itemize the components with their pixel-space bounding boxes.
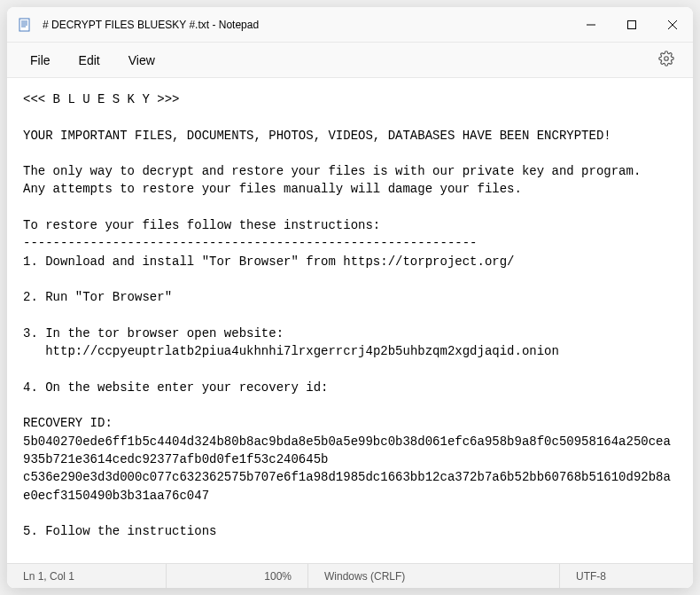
menu-file[interactable]: File <box>18 48 63 73</box>
status-zoom: 100% <box>167 564 308 588</box>
status-encoding: UTF-8 <box>560 564 693 588</box>
notepad-window: # DECRYPT FILES BLUESKY #.txt - Notepad … <box>7 7 693 588</box>
window-controls <box>571 7 693 42</box>
maximize-button[interactable] <box>611 7 652 42</box>
titlebar: # DECRYPT FILES BLUESKY #.txt - Notepad <box>7 7 693 43</box>
text-editor[interactable]: <<< B L U E S K Y >>> YOUR IMPORTANT FIL… <box>7 78 693 563</box>
minimize-button[interactable] <box>571 7 611 42</box>
status-position: Ln 1, Col 1 <box>7 564 167 588</box>
menu-view[interactable]: View <box>116 48 167 73</box>
settings-button[interactable] <box>650 44 682 76</box>
svg-point-9 <box>665 56 669 60</box>
window-title: # DECRYPT FILES BLUESKY #.txt - Notepad <box>43 19 571 31</box>
svg-rect-6 <box>628 20 636 28</box>
editor-scroll-area[interactable]: <<< B L U E S K Y >>> YOUR IMPORTANT FIL… <box>7 78 693 563</box>
notepad-icon <box>18 18 32 32</box>
status-line-ending: Windows (CRLF) <box>308 564 560 588</box>
menubar: File Edit View <box>7 43 693 78</box>
gear-icon <box>658 51 674 70</box>
statusbar: Ln 1, Col 1 100% Windows (CRLF) UTF-8 <box>7 563 693 588</box>
close-button[interactable] <box>652 7 693 42</box>
menu-edit[interactable]: Edit <box>66 48 113 73</box>
